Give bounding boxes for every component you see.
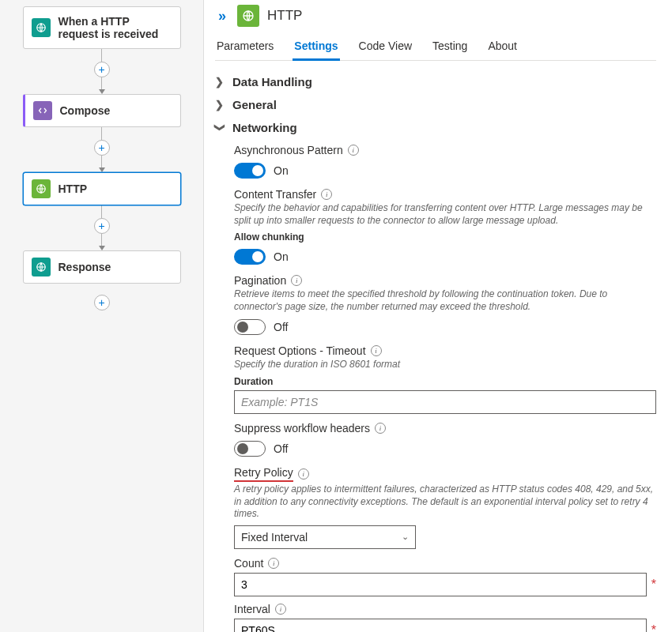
tab-testing[interactable]: Testing bbox=[431, 35, 469, 60]
info-icon[interactable]: i bbox=[321, 189, 332, 200]
chevron-down-icon: ❯ bbox=[214, 123, 226, 133]
info-icon[interactable]: i bbox=[371, 345, 382, 356]
tab-parameters[interactable]: Parameters bbox=[215, 35, 275, 60]
info-icon[interactable]: i bbox=[375, 423, 386, 434]
node-compose[interactable]: Compose bbox=[23, 94, 181, 127]
retry-policy-select[interactable]: Fixed Interval ⌄ bbox=[234, 525, 416, 549]
info-icon[interactable]: i bbox=[348, 145, 359, 156]
allow-chunking-label: Allow chunking bbox=[234, 231, 656, 243]
node-http-trigger[interactable]: When a HTTP request is received bbox=[23, 6, 181, 49]
async-pattern-toggle[interactable] bbox=[234, 163, 266, 179]
node-label: HTTP bbox=[59, 182, 88, 195]
node-label: Response bbox=[59, 261, 111, 273]
panel-title: HTTP bbox=[267, 8, 302, 24]
add-node-button[interactable]: + bbox=[94, 62, 110, 77]
chevron-right-icon: ❯ bbox=[215, 99, 225, 111]
content-transfer-desc: Specify the behavior and capabilities fo… bbox=[234, 202, 656, 227]
tab-code-view[interactable]: Code View bbox=[357, 35, 413, 60]
add-node-button[interactable]: + bbox=[94, 140, 110, 156]
section-label: Networking bbox=[232, 121, 297, 134]
add-node-button[interactable]: + bbox=[94, 218, 110, 234]
info-icon[interactable]: i bbox=[298, 468, 309, 480]
section-general[interactable]: ❯ General bbox=[215, 93, 656, 116]
info-icon[interactable]: i bbox=[275, 604, 286, 615]
trigger-icon bbox=[32, 18, 51, 37]
required-indicator: * bbox=[651, 577, 656, 592]
compose-icon bbox=[33, 101, 52, 120]
async-pattern-label: Asynchronous Pattern bbox=[234, 144, 343, 156]
collapse-panel-icon[interactable]: » bbox=[215, 8, 229, 24]
chevron-down-icon: ⌄ bbox=[402, 532, 409, 542]
section-label: General bbox=[232, 98, 277, 111]
section-networking[interactable]: ❯ Networking bbox=[215, 116, 656, 139]
content-transfer-label: Content Transfer bbox=[234, 188, 316, 201]
connector: + bbox=[94, 127, 110, 172]
info-icon[interactable]: i bbox=[268, 558, 279, 569]
add-node-button[interactable]: + bbox=[94, 295, 110, 310]
toggle-state: On bbox=[274, 250, 289, 263]
pagination-desc: Retrieve items to meet the specified thr… bbox=[234, 288, 656, 313]
node-response[interactable]: Response bbox=[23, 250, 181, 284]
tab-about[interactable]: About bbox=[486, 35, 519, 60]
retry-policy-label: Retry Policy bbox=[234, 466, 293, 482]
connector: + bbox=[94, 205, 110, 250]
count-input[interactable] bbox=[234, 573, 647, 596]
section-data-handling[interactable]: ❯ Data Handling bbox=[215, 70, 656, 93]
http-icon bbox=[237, 5, 259, 27]
required-indicator: * bbox=[651, 623, 656, 632]
count-label: Count bbox=[234, 557, 263, 570]
suppress-headers-label: Suppress workflow headers bbox=[234, 422, 370, 434]
toggle-state: Off bbox=[274, 442, 288, 455]
timeout-label: Request Options - Timeout bbox=[234, 344, 366, 357]
duration-label: Duration bbox=[234, 376, 656, 387]
http-icon bbox=[32, 179, 51, 198]
toggle-state: On bbox=[274, 164, 289, 177]
suppress-headers-toggle[interactable] bbox=[234, 441, 266, 457]
pagination-toggle[interactable] bbox=[234, 319, 266, 335]
chevron-right-icon: ❯ bbox=[215, 76, 225, 88]
settings-panel: » HTTP Parameters Settings Code View Tes… bbox=[203, 0, 672, 632]
tab-settings[interactable]: Settings bbox=[293, 35, 339, 61]
section-label: Data Handling bbox=[232, 75, 312, 88]
tab-bar: Parameters Settings Code View Testing Ab… bbox=[215, 35, 656, 61]
retry-desc: A retry policy applies to intermittent f… bbox=[234, 483, 656, 521]
connector: + bbox=[94, 49, 110, 94]
timeout-desc: Specify the duration in ISO 8601 format bbox=[234, 359, 656, 371]
allow-chunking-toggle[interactable] bbox=[234, 249, 266, 265]
toggle-state: Off bbox=[274, 321, 288, 333]
node-label: When a HTTP request is received bbox=[59, 15, 172, 40]
node-http[interactable]: HTTP bbox=[23, 172, 181, 205]
interval-input[interactable] bbox=[234, 619, 647, 632]
workflow-canvas: When a HTTP request is received + Compos… bbox=[0, 0, 203, 632]
node-label: Compose bbox=[60, 104, 111, 117]
duration-input[interactable] bbox=[234, 390, 656, 414]
interval-label: Interval bbox=[234, 603, 270, 615]
pagination-label: Pagination bbox=[234, 274, 286, 287]
info-icon[interactable]: i bbox=[291, 275, 302, 286]
response-icon bbox=[32, 258, 51, 276]
select-value: Fixed Interval bbox=[241, 531, 308, 544]
